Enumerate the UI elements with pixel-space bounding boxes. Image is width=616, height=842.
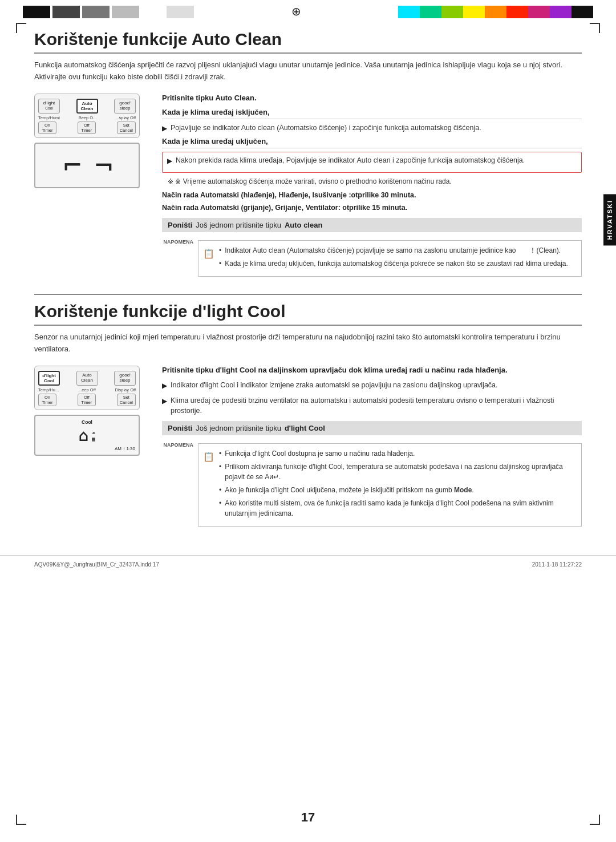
section2-note-box: 📋 • Funkcija d'light Cool dostupna je sa… [198, 443, 582, 527]
display2-top-label: Cool [39, 419, 135, 425]
section1-press-label: Pritisnite tipku Auto Clean. [162, 94, 582, 102]
remote-control-2: d'lightCool AutoClean good'sleep Temp/Hu… [34, 366, 140, 410]
section2-bullet1-text: Indikator d'light Cool i indikator izmje… [171, 380, 498, 391]
section2-note1: • Funkcija d'light Cool dostupna je samo… [219, 448, 576, 459]
bar-spacer [141, 6, 164, 18]
display2-bottom: AM ↑ 1:30 [39, 446, 135, 451]
section1-cancel-label: Poništi [168, 221, 192, 229]
remote2-btn-dlight[interactable]: d'lightCool [38, 371, 60, 386]
chip-green [441, 6, 463, 18]
display2-icon1: ☁ [92, 428, 95, 435]
corner-mark-br [590, 815, 600, 825]
section-divider [34, 294, 582, 295]
remote-bottom-1: OnTimer OffTimer SetCancel [38, 122, 136, 134]
section2-content: d'lightCool AutoClean good'sleep Temp/Hu… [34, 366, 582, 527]
color-chips [398, 6, 593, 18]
corner-mark-bl [16, 815, 26, 825]
section2-bullet2: ▶ Klima uređaj će podesiti brzinu ventil… [162, 395, 582, 417]
remote-btn-autoclean[interactable]: AutoClean [76, 99, 98, 114]
section2-cancel-text: Još jednom pritisnite tipku [196, 424, 281, 432]
remote2-row-1: d'lightCool AutoClean good'sleep [38, 371, 136, 386]
corner-mark-tl [16, 23, 26, 33]
section2-note2-text: Prilikom aktiviranja funkcije d'light Co… [225, 462, 576, 482]
compass-icon: ⊕ [291, 6, 301, 17]
chip-red [506, 6, 528, 18]
label-temphumi: Temp/Humi [38, 115, 60, 120]
remote2-btn-autoclean[interactable]: AutoClean [76, 371, 98, 386]
bar-4 [112, 6, 139, 18]
section2-note3: • Ako je funkcija d'light Cool uključena… [219, 485, 576, 495]
section1-bullet2-text: Nakon prekida rada klima uređaja, Pojavl… [176, 155, 525, 166]
section2-note2: • Prilikom aktiviranja funkcije d'light … [219, 462, 576, 482]
page-number: 17 [301, 810, 315, 825]
remote-btn-dlight[interactable]: d'lightCool [38, 99, 60, 114]
section1-note-box: 📋 • Indikator Auto clean (Automatsko čiš… [198, 240, 582, 277]
display-brackets: ⌐ ¬ [64, 148, 111, 183]
section2-press-strong: Pritisnite tipku d'light Cool na daljins… [162, 366, 508, 374]
label2-beep: ...eep Off [78, 387, 96, 392]
black-bars [23, 6, 194, 18]
section1-subheading1: Kada je klima uređaj isključen, [162, 108, 582, 119]
chip-purple [550, 6, 572, 18]
bar-5 [167, 6, 194, 18]
note-icon: 📋 [203, 246, 214, 261]
section2-note3-text: Ako je funkcija d'light Cool uključena, … [225, 485, 474, 495]
section1-highlighted: ▶ Nakon prekida rada klima uređaja, Poja… [162, 152, 582, 173]
page-footer: AQV09K&Y@_Jungfrau|BIM_Cr_32437A.indd 17… [0, 555, 616, 573]
footer-right: 2011-1-18 11:27:22 [532, 561, 582, 568]
remote2-btn-ontimer[interactable]: OnTimer [38, 394, 56, 406]
section2-cancel-bar: Poništi Još jednom pritisnite tipku d'li… [162, 421, 582, 435]
remote2-bottom: OnTimer OffTimer SetCancel [38, 394, 136, 406]
section1-cancel-bold: Auto clean [285, 221, 322, 229]
chip-teal [420, 6, 441, 18]
bar-2 [52, 6, 80, 18]
side-tab-hrvatski: HRVATSKI [603, 194, 616, 245]
section1-note2: • Kada je klima uređaj uključen, funkcij… [219, 258, 576, 269]
remote-btn-goodsleep[interactable]: good'sleep [114, 99, 136, 114]
label2-display: Display Off [115, 387, 136, 392]
chip-orange [485, 6, 506, 18]
arrow-icon-4: ▶ [162, 396, 167, 417]
mode-bold: Mode [454, 486, 472, 494]
note-dot-3: • [219, 448, 221, 459]
section1-right-col: Pritisnite tipku Auto Clean. Kada je kli… [162, 94, 582, 277]
remote-btn-offtimer[interactable]: OffTimer [78, 122, 96, 134]
remote-labels-1: Temp/Humi Beep O... ...splay Off [38, 115, 136, 120]
section2-note4-text: Ako koristite multi sistem, ova će funkc… [225, 498, 576, 519]
section1-title: Korištenje funkcije Auto Clean [34, 30, 582, 54]
section1-subheading2: Kada je klima uređaj uključen, [162, 137, 582, 148]
section1-remark: ※ ※ Vrijeme automatskog čišćenja može va… [162, 176, 582, 187]
section1-bullet1-text: Pojavljuje se indikator Auto clean (Auto… [171, 123, 481, 133]
section2-title: Korištenje funkcije d'light Cool [34, 302, 582, 326]
display2-char: ⌂ [79, 426, 88, 445]
remote2-btn-goodsleep[interactable]: good'sleep [114, 371, 136, 386]
arrow-icon-2: ▶ [167, 156, 172, 166]
note-dot-4: • [219, 462, 221, 482]
chip-magenta [528, 6, 550, 18]
section2-bullet2-text: Klima uređaj će podesiti brzinu ventilat… [171, 395, 582, 417]
remote2-btn-offtimer[interactable]: OffTimer [78, 394, 96, 406]
section1-note-container: NAPOMENA 📋 • Indikator Auto clean (Autom… [162, 237, 582, 277]
section1-content: d'lightCool AutoClean good'sleep Temp/Hu… [34, 94, 582, 277]
note-dot-6: • [219, 498, 221, 519]
note-dot-5: • [219, 485, 221, 495]
remote-control-1: d'lightCool AutoClean good'sleep Temp/Hu… [34, 94, 140, 138]
section2-cancel-bold: d'light Cool [285, 424, 325, 432]
section1-cancel-text: Još jednom pritisnite tipku [196, 221, 281, 229]
section2-note-container: NAPOMENA 📋 • Funkcija d'light Cool dostu… [162, 440, 582, 527]
footer-left: AQV09K&Y@_Jungfrau|BIM_Cr_32437A.indd 17 [34, 561, 159, 568]
display-mock-1: ⌐ ¬ [34, 143, 140, 188]
note-dot-2: • [219, 258, 221, 269]
remote-btn-ontimer[interactable]: OnTimer [38, 122, 56, 134]
section2-left-col: d'lightCool AutoClean good'sleep Temp/Hu… [34, 366, 148, 527]
section2-press-label: Pritisnite tipku d'light Cool na daljins… [162, 366, 582, 374]
remote-btn-setcancel[interactable]: SetCancel [117, 122, 136, 134]
note-icon-2: 📋 [203, 450, 214, 464]
section2-note-label: NAPOMENA [162, 440, 193, 448]
label-display: ...splay Off [115, 115, 136, 120]
remote2-btn-setcancel[interactable]: SetCancel [117, 394, 136, 406]
section-dlight-cool: Korištenje funkcije d'light Cool Senzor … [34, 294, 582, 527]
section1-bold-note2: Način rada Automatski (grijanje), Grijan… [162, 203, 582, 213]
section1-note1: • Indikator Auto clean (Automatsko čišće… [219, 245, 576, 256]
top-color-bars: ⊕ [0, 0, 616, 18]
